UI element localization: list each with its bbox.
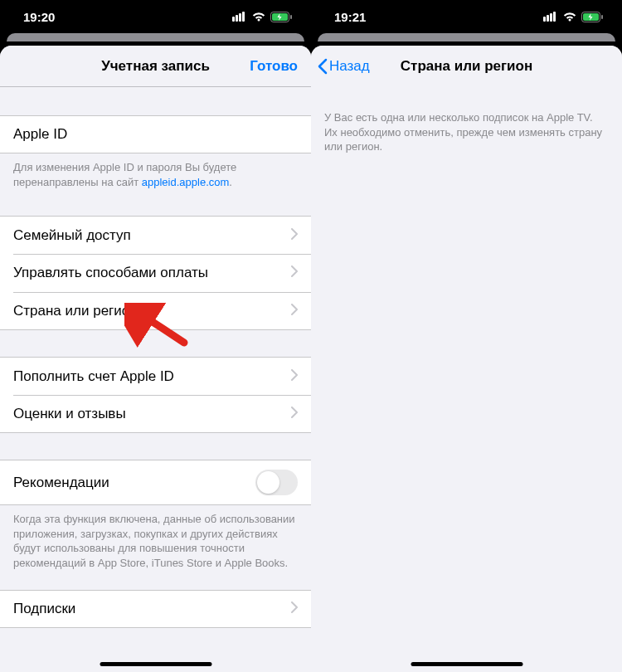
- row-country-region[interactable]: Страна или регион: [0, 292, 311, 330]
- svg-rect-7: [543, 17, 546, 22]
- settings-list[interactable]: Apple ID Для изменения Apple ID и пароля…: [0, 87, 311, 672]
- nav-bar: Назад Страна или регион: [311, 46, 622, 87]
- row-label: Страна или регион: [13, 303, 138, 319]
- account-sheet: Учетная запись Готово Apple ID Для измен…: [0, 46, 311, 672]
- content: У Вас есть одна или несколько подписок н…: [311, 87, 622, 672]
- screenshot-account: 19:20 Учетная запись Готово Apple ID: [0, 0, 311, 672]
- status-bar: 19:21: [311, 0, 622, 33]
- nav-title: Учетная запись: [101, 58, 210, 75]
- row-ratings-reviews[interactable]: Оценки и отзывы: [0, 395, 311, 433]
- status-icons: [232, 12, 293, 22]
- nav-title: Страна или регион: [401, 58, 532, 75]
- svg-rect-8: [547, 15, 549, 22]
- background-sheet-indicator: [318, 33, 615, 41]
- chevron-right-icon: [291, 303, 298, 319]
- svg-rect-2: [239, 13, 241, 22]
- svg-rect-3: [242, 12, 245, 22]
- row-label: Apple ID: [13, 126, 67, 143]
- row-subscriptions[interactable]: Подписки: [0, 590, 311, 628]
- apple-id-link[interactable]: appleid.apple.com: [142, 176, 230, 188]
- chevron-right-icon: [291, 368, 298, 385]
- subscription-warning: У Вас есть одна или несколько подписок н…: [311, 87, 622, 178]
- row-label: Рекомендации: [13, 475, 109, 491]
- wifi-icon: [252, 12, 265, 22]
- status-time: 19:21: [334, 10, 366, 24]
- dual-sim-icon: [232, 12, 247, 22]
- done-button[interactable]: Готово: [250, 58, 298, 75]
- row-family-sharing[interactable]: Семейный доступ: [0, 216, 311, 254]
- row-label: Оценки и отзывы: [13, 406, 126, 422]
- screenshot-country-region: 19:21 Назад Страна или регион У Вас есть…: [311, 0, 622, 672]
- wifi-icon: [563, 12, 576, 22]
- battery-icon: [581, 12, 604, 22]
- chevron-right-icon: [291, 601, 298, 617]
- row-add-funds[interactable]: Пополнить счет Apple ID: [0, 357, 311, 395]
- country-region-sheet: Назад Страна или регион У Вас есть одна …: [311, 46, 622, 672]
- chevron-left-icon: [318, 58, 328, 75]
- background-sheet-indicator: [7, 33, 304, 41]
- row-manage-payments[interactable]: Управлять способами оплаты: [0, 254, 311, 292]
- status-time: 19:20: [23, 10, 55, 24]
- status-bar: 19:20: [0, 0, 311, 33]
- status-icons: [543, 12, 604, 22]
- chevron-right-icon: [291, 406, 298, 422]
- dual-sim-icon: [543, 12, 558, 22]
- svg-rect-0: [232, 17, 235, 22]
- row-label: Семейный доступ: [13, 227, 131, 244]
- row-apple-id[interactable]: Apple ID: [0, 115, 311, 153]
- apple-id-footer: Для изменения Apple ID и пароля Вы будет…: [0, 153, 311, 189]
- svg-rect-10: [553, 12, 556, 22]
- chevron-right-icon: [291, 227, 298, 244]
- home-indicator[interactable]: [100, 662, 211, 666]
- svg-rect-13: [601, 15, 603, 19]
- recommendations-toggle[interactable]: [255, 470, 298, 495]
- row-label: Пополнить счет Apple ID: [13, 368, 174, 385]
- svg-rect-9: [550, 13, 552, 22]
- row-recommendations: Рекомендации: [0, 460, 311, 505]
- battery-icon: [270, 12, 293, 22]
- svg-rect-6: [290, 15, 292, 19]
- nav-bar: Учетная запись Готово: [0, 46, 311, 87]
- home-indicator[interactable]: [411, 662, 522, 666]
- svg-rect-1: [236, 15, 238, 22]
- back-button[interactable]: Назад: [318, 58, 370, 75]
- row-label: Управлять способами оплаты: [13, 265, 208, 281]
- chevron-right-icon: [291, 265, 298, 281]
- back-label: Назад: [329, 58, 370, 75]
- row-label: Подписки: [13, 601, 75, 617]
- recommendations-footer: Когда эта функция включена, данные об ис…: [0, 505, 311, 570]
